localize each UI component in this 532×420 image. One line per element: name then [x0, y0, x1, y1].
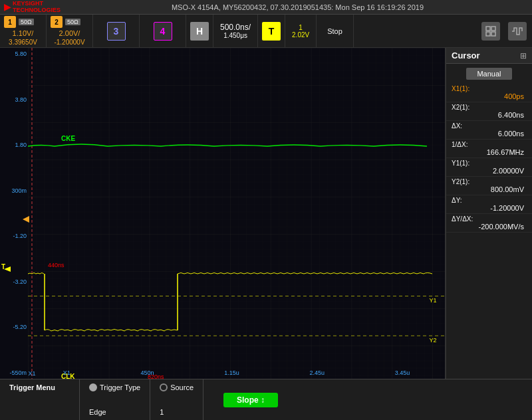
title: MSO-X 4154A, MY56200432, 07.30.201905143… — [172, 3, 424, 11]
trigger-type-section[interactable]: Trigger Type Edge — [80, 379, 150, 420]
trigger-num: 1 — [299, 24, 303, 31]
cursor-dydx-value: -200.000MV/s — [452, 223, 527, 231]
logo: ▶ KEYSIGHTTECHNOLOGIES — [4, 1, 61, 14]
scope-display[interactable]: 5.80 3.80 1.80 300m -1.20 -3.20 -5.20 -5… — [0, 48, 446, 379]
source-label: Source — [170, 383, 194, 391]
waveform-icon[interactable] — [508, 22, 527, 41]
y-label-0: 5.80 — [1, 51, 27, 57]
trigger-type-radio-circle — [89, 383, 97, 391]
slope-label: Slope — [237, 395, 259, 405]
timebase-offset: 1.450μs — [223, 32, 247, 39]
ch1-omega: 50Ω — [19, 19, 34, 25]
channel-3-block[interactable]: 3 — [93, 15, 140, 47]
channel-2-block[interactable]: 2 50Ω 2.00V/ -1.20000V — [47, 15, 93, 47]
cursor-mode-button[interactable]: Manual — [466, 68, 511, 80]
source-radio: Source — [160, 383, 194, 391]
ch4-num: 4 — [154, 22, 172, 41]
x-axis-labels: X1 450n 1.15u 2.45u 3.45u — [28, 367, 445, 379]
svg-text:440ns: 440ns — [48, 262, 65, 268]
ch1-vdiv: 1.10V/ — [13, 29, 34, 37]
channel-4-block[interactable]: 4 — [140, 15, 186, 47]
svg-rect-3 — [491, 32, 495, 36]
trigger-badge-block[interactable]: T — [258, 15, 285, 47]
ch2-offset: -1.20000V — [54, 39, 84, 46]
y-axis-labels: 5.80 3.80 1.80 300m -1.20 -3.20 -5.20 -5… — [0, 48, 28, 379]
timebase-values[interactable]: 500.0ns/ 1.450μs — [213, 15, 258, 47]
channel-bar: 1 50Ω 1.10V/ 3.39650V 2 50Ω 2.00V/ -1.20… — [0, 15, 532, 48]
cursor-invdx-value: 166.67MHz — [452, 148, 527, 156]
x-label-3: 2.45u — [309, 369, 325, 376]
trigger-menu-section: Trigger Menu — [0, 379, 80, 420]
svg-text:CKE: CKE — [61, 135, 75, 142]
cursor-grid-icon[interactable]: ⊞ — [520, 51, 527, 60]
trigger-voltage: 2.02V — [292, 31, 309, 39]
y-label-2: 1.80 — [1, 142, 27, 148]
cursor-invdx-row: 1/ΔX: 166.67MHz — [446, 140, 532, 158]
cursor-y1-label: Y1(1): — [452, 159, 527, 167]
x-label-4: 3.45u — [395, 369, 410, 376]
y-label-3: 300m — [1, 187, 27, 194]
ch1-offset: 3.39650V — [9, 39, 37, 46]
cursor-x2-row: X2(1): 6.400ns — [446, 102, 532, 121]
timebase-div: 500.0ns/ — [220, 23, 251, 32]
cursor-y2-row: Y2(1): 800.00mV — [446, 177, 532, 195]
ch3-num: 3 — [107, 22, 126, 41]
trigger-arrow — [4, 266, 12, 274]
trigger-type-label: Trigger Type — [100, 383, 140, 391]
cursor-dy-label: ΔY: — [452, 197, 527, 204]
cursor-x1-row: X1(1): 400ps — [446, 84, 532, 102]
cursor-title: Cursor — [452, 51, 480, 60]
trigger-badge: T — [262, 22, 281, 41]
cursor-y2-label: Y2(1): — [452, 178, 527, 185]
timebase-block[interactable]: H — [186, 15, 213, 47]
x-label-0: X1 — [63, 369, 70, 376]
cursor-header: Cursor ⊞ — [446, 48, 532, 64]
cursor-dx-row: ΔX: 6.000ns — [446, 121, 532, 140]
trigger-values[interactable]: 1 2.02V — [285, 15, 317, 47]
channel-1-block[interactable]: 1 50Ω 1.10V/ 3.39650V — [0, 15, 47, 47]
y-label-4: -1.20 — [1, 233, 27, 239]
cursor-x1-label: X1(1): — [452, 85, 527, 92]
ch1-icon: 1 — [4, 16, 16, 28]
trigger-menu-title: Trigger Menu — [9, 383, 70, 391]
cursor-dx-label: ΔX: — [452, 122, 527, 130]
trigger-type-radio: Trigger Type — [89, 383, 140, 391]
ch2-icon: 2 — [51, 16, 63, 28]
y-label-1: 3.80 — [1, 96, 27, 103]
x-label-1: 450n — [141, 369, 154, 376]
trigger-type-value: Edge — [89, 408, 140, 416]
topbar: ▶ KEYSIGHTTECHNOLOGIES MSO-X 4154A, MY56… — [0, 0, 532, 15]
cursor-y1-row: Y1(1): 2.00000V — [446, 158, 532, 177]
svg-rect-1 — [491, 27, 495, 31]
ch2-vdiv: 2.00V/ — [59, 29, 80, 37]
y-label-5: -3.20 — [1, 278, 27, 285]
slope-section[interactable]: Slope ↕ — [203, 379, 298, 420]
source-radio-circle — [160, 383, 168, 391]
cursor-x2-value: 6.400ns — [452, 111, 527, 119]
stop-block[interactable]: Stop — [317, 15, 354, 47]
svg-text:Y2: Y2 — [429, 337, 436, 344]
source-section[interactable]: Source 1 — [150, 379, 203, 420]
cursor-y2-value: 800.00mV — [452, 185, 527, 193]
svg-rect-2 — [486, 32, 490, 36]
slope-button[interactable]: Slope ↕ — [223, 393, 278, 407]
svg-marker-23 — [4, 266, 11, 272]
main-area: 5.80 3.80 1.80 300m -1.20 -3.20 -5.20 -5… — [0, 48, 532, 379]
cursor-y1-value: 2.00000V — [452, 167, 527, 175]
cursor-dy-value: -1.20000V — [452, 204, 527, 212]
keysight-k: ▶ — [4, 2, 11, 12]
bottom-panel: Trigger Menu Trigger Type Edge Source 1 … — [0, 379, 532, 420]
grid-icon[interactable] — [481, 22, 500, 41]
cursor-panel: Cursor ⊞ Manual X1(1): 400ps X2(1): 6.40… — [446, 48, 532, 379]
cursor-x2-label: X2(1): — [452, 104, 527, 111]
y-label-7: -550m — [1, 369, 27, 376]
svg-text:Y1: Y1 — [429, 297, 436, 304]
cursor-dx-value: 6.000ns — [452, 130, 527, 138]
svg-rect-0 — [486, 27, 490, 31]
source-value: 1 — [160, 408, 194, 416]
brand-text: KEYSIGHTTECHNOLOGIES — [13, 1, 61, 14]
stop-label: Stop — [327, 27, 342, 35]
cursor-x1-value: 400ps — [452, 92, 527, 100]
ch2-omega: 50Ω — [65, 19, 80, 25]
ch2-marker — [23, 215, 31, 225]
